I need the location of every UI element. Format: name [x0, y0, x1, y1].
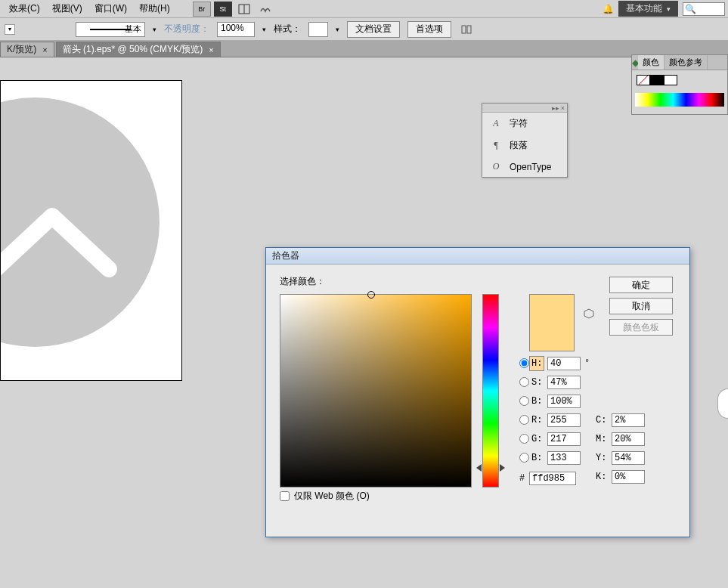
color-picker-dialog: 拾色器 选择颜色： [265, 247, 690, 537]
character-panel[interactable]: ▸▸× A字符 ¶段落 OOpenType [482, 103, 568, 178]
tab-doc-2[interactable]: 箭头 (1).eps* @ 50% (CMYK/预览)× [56, 42, 221, 57]
panel-tab-opentype[interactable]: OOpenType [482, 156, 567, 177]
hex-input[interactable] [529, 472, 576, 485]
fill-stroke-swatches[interactable] [632, 70, 727, 90]
bv-label: B: [531, 396, 545, 407]
y-input[interactable] [612, 451, 645, 465]
new-color [530, 295, 574, 323]
paragraph-label: 段落 [510, 139, 528, 152]
radio-b2[interactable] [519, 453, 529, 463]
spectrum-bar[interactable] [635, 93, 724, 107]
opacity-input[interactable]: 100% [217, 22, 255, 37]
menu-window[interactable]: 窗口(W) [88, 1, 133, 17]
notification-icon[interactable]: 🔔 [599, 2, 617, 17]
c-label: C: [596, 415, 609, 426]
document-setup-button[interactable]: 文档设置 [347, 21, 400, 38]
color-panel[interactable]: ◆ 颜色 颜色参考 [631, 54, 728, 115]
hue-arrow-left[interactable] [476, 464, 482, 472]
cancel-button[interactable]: 取消 [609, 298, 673, 314]
tab-1-label: K/预览) [7, 43, 36, 56]
radio-g[interactable] [519, 434, 529, 444]
white-swatch[interactable] [664, 75, 677, 85]
none-swatch[interactable] [637, 75, 650, 85]
dialog-titlebar[interactable]: 拾色器 [266, 248, 689, 265]
h-input[interactable] [547, 357, 581, 370]
radio-b[interactable] [519, 396, 529, 406]
character-label: 字符 [510, 117, 528, 130]
bv-input[interactable] [547, 395, 581, 408]
character-icon: A [490, 118, 502, 129]
search-input[interactable]: 🔍 [683, 2, 725, 16]
c-input[interactable] [612, 413, 645, 427]
options-bar: ▾ 基本 ▾ 不透明度： 100% ▾ 样式： ▾ 文档设置 首选项 [0, 18, 728, 41]
close-icon[interactable]: × [209, 45, 213, 54]
stock-icon[interactable]: St [214, 2, 232, 17]
black-swatch[interactable] [650, 75, 664, 85]
menu-view[interactable]: 视图(V) [46, 1, 88, 17]
document-tabs: K/预览)× 箭头 (1).eps* @ 50% (CMYK/预览)× [0, 41, 728, 57]
paragraph-icon: ¶ [490, 140, 502, 151]
artboard [0, 80, 182, 381]
collapse-icon[interactable]: ▸▸ [552, 104, 559, 112]
workspace-label: 基本功能 [626, 2, 662, 15]
radio-h[interactable] [519, 358, 529, 368]
gpu-icon[interactable] [256, 2, 274, 17]
r-input[interactable] [547, 413, 581, 427]
color-preview [529, 294, 575, 351]
web-only-label: 仅限 Web 颜色 (O) [294, 490, 370, 503]
artwork-chevron [0, 205, 120, 280]
color-swatches-button: 颜色色板 [609, 319, 673, 336]
opentype-icon: O [490, 161, 502, 172]
hue-slider[interactable] [482, 294, 499, 487]
menu-bar: 效果(C) 视图(V) 窗口(W) 帮助(H) Br St 🔔 基本功能▾ 🔍 [0, 0, 728, 18]
opentype-label: OpenType [510, 162, 551, 172]
hex-prefix: # [519, 473, 527, 484]
panel-tab-paragraph[interactable]: ¶段落 [482, 135, 567, 156]
k-input[interactable] [612, 470, 645, 484]
close-icon[interactable]: × [561, 104, 565, 112]
radio-s[interactable] [519, 377, 529, 387]
y-label: Y: [596, 453, 609, 463]
style-dropdown[interactable] [308, 22, 328, 37]
panel-tab-character[interactable]: A字符 [482, 113, 567, 135]
b-input[interactable] [547, 451, 581, 465]
k-label: K: [596, 472, 609, 482]
bridge-icon[interactable]: Br [193, 2, 211, 17]
saturation-value-field[interactable] [280, 294, 472, 487]
s-label: S: [531, 377, 545, 388]
workspace-switcher[interactable]: 基本功能▾ [618, 1, 678, 17]
s-input[interactable] [547, 376, 581, 389]
m-label: M: [596, 434, 609, 444]
r-label: R: [531, 415, 545, 426]
svg-rect-3 [467, 26, 471, 33]
align-icon[interactable] [459, 22, 474, 37]
menu-effect[interactable]: 效果(C) [3, 1, 46, 17]
sv-cursor[interactable] [367, 291, 375, 299]
m-input[interactable] [612, 432, 645, 446]
opacity-label: 不透明度： [164, 23, 209, 36]
preferences-button[interactable]: 首选项 [407, 21, 451, 38]
svg-marker-4 [584, 309, 593, 318]
stroke-width-dropdown[interactable]: ▾ [5, 24, 15, 35]
menu-help[interactable]: 帮助(H) [133, 1, 176, 17]
tab-color[interactable]: 颜色 [638, 55, 664, 70]
style-label: 样式： [274, 23, 301, 36]
stroke-style-label: 基本 [125, 23, 141, 35]
h-label: H: [531, 358, 545, 369]
ok-button[interactable]: 确定 [609, 277, 673, 293]
tab-color-guide[interactable]: 颜色参考 [664, 55, 708, 70]
web-only-checkbox[interactable] [280, 491, 290, 501]
g-input[interactable] [547, 432, 581, 446]
arrange-icon[interactable] [235, 2, 253, 17]
old-color[interactable] [530, 323, 574, 351]
b-label: B: [531, 453, 545, 463]
h-unit: ° [584, 358, 590, 369]
hue-arrow-right[interactable] [500, 464, 505, 472]
panel-expand-button[interactable] [717, 388, 728, 419]
search-icon: 🔍 [685, 4, 696, 14]
close-icon[interactable]: × [42, 45, 47, 54]
stroke-style-dropdown[interactable]: 基本 [76, 22, 145, 37]
tab-doc-1[interactable]: K/预览)× [0, 42, 54, 57]
cube-icon[interactable] [584, 308, 594, 321]
radio-r[interactable] [519, 415, 529, 425]
